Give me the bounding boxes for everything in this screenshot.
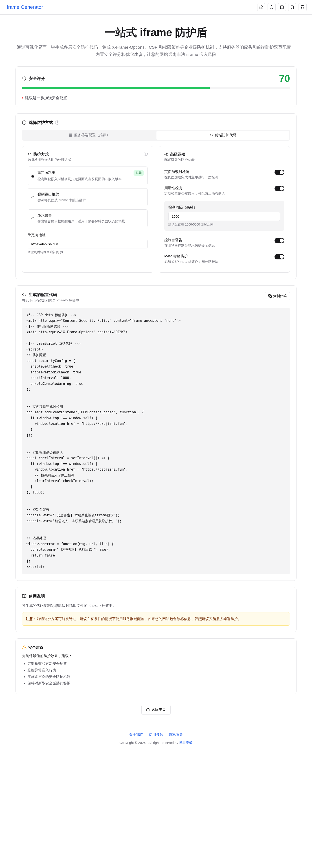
- advanced-options-panel: 高级选项 配置额外的防护功能 页面加载时检测在页面加载完成时立即进行一次检测 周…: [159, 146, 290, 273]
- hexagon-icon-button[interactable]: [268, 3, 276, 11]
- info-icon[interactable]: ?: [55, 121, 59, 125]
- copy-button[interactable]: 复制代码: [265, 292, 290, 300]
- github-icon-button[interactable]: [299, 3, 307, 11]
- footer-link-terms[interactable]: 使用条款: [149, 733, 163, 737]
- interval-input[interactable]: [168, 212, 280, 221]
- footer-author-link[interactable]: 风里春淼: [179, 741, 193, 745]
- bookmark-icon-button[interactable]: [288, 3, 296, 11]
- score-label: 安全评分: [29, 76, 45, 81]
- code-icon: [28, 152, 32, 156]
- radio-warn[interactable]: 显示警告 弹出警告提示框提醒用户，适用于需要保持页面状态的场景: [28, 209, 148, 227]
- code-card: 生成的配置代码 将以下代码添加到网页 <head> 标签中 复制代码 <!-- …: [15, 285, 297, 581]
- back-button[interactable]: 返回主页: [142, 705, 170, 714]
- score-card: 安全评分 70 建议进一步加强安全配置: [15, 66, 297, 107]
- interval-label: 检测间隔（毫秒）: [168, 205, 280, 210]
- radio-input-warn[interactable]: [31, 214, 34, 223]
- recommendations-card: 安全建议 为确保最佳的防护效果，建议： 定期检查和更新安全配置 监控异常嵌入行为…: [15, 639, 297, 694]
- score-suggestion: 建议进一步加强安全配置: [25, 95, 67, 100]
- book-icon: [22, 594, 27, 598]
- score-progress: [22, 87, 290, 89]
- warning-icon: [22, 645, 27, 650]
- switch-console[interactable]: [275, 238, 284, 243]
- tab-client[interactable]: 前端防护代码: [156, 131, 289, 140]
- method-card: 选择防护方式 ? 服务器端配置（推荐） 前端防护代码 防护方式 选择检测到嵌入时…: [15, 113, 297, 279]
- brand-link[interactable]: Iframe Generator: [5, 4, 43, 10]
- shield-icon: [22, 76, 27, 81]
- usage-desc: 将生成的代码复制到您网站 HTML 文件的 <head> 标签中。: [22, 603, 290, 608]
- interval-hint: 建议设置在 1000-5000 毫秒之间: [168, 223, 280, 227]
- switch-periodic[interactable]: [275, 186, 284, 191]
- switch-onload[interactable]: [275, 169, 284, 175]
- hero-subtitle: 通过可视化界面一键生成多层安全防护代码，集成 X-Frame-Options、C…: [15, 44, 297, 58]
- score-value: 70: [279, 73, 290, 84]
- home-icon: [146, 708, 150, 711]
- footer-copyright: Copyright © 2024 - All right reserved by…: [15, 741, 297, 745]
- method-title: 选择防护方式: [29, 120, 53, 125]
- info-icon[interactable]: i: [144, 152, 148, 156]
- radio-break[interactable]: 强制跳出框架 尝试将页面从 iframe 中跳出显示: [28, 188, 148, 206]
- switch-meta[interactable]: [275, 254, 284, 259]
- code-content: <!-- CSP Meta 标签防护 --> <meta http-equiv=…: [22, 308, 290, 575]
- redirect-hint: 留空则跳转到网站首页 (/): [28, 250, 148, 254]
- usage-card: 使用说明 将生成的代码复制到您网站 HTML 文件的 <head> 标签中。 注…: [15, 587, 297, 632]
- svg-point-2: [23, 121, 26, 124]
- hero-title: 一站式 iframe 防护盾: [15, 25, 297, 40]
- panel-icon-button[interactable]: [278, 3, 286, 11]
- radio-input-break[interactable]: [31, 193, 34, 203]
- dot-icon: [22, 97, 23, 98]
- protection-method-panel: 防护方式 选择检测到嵌入时的处理方式 i 重定向跳出推荐 检测到被嵌入时跳转到指…: [22, 146, 153, 273]
- home-icon-button[interactable]: [257, 3, 265, 11]
- svg-rect-14: [270, 296, 272, 298]
- tab-server[interactable]: 服务器端配置（推荐）: [23, 131, 156, 140]
- redirect-label: 重定向地址: [28, 233, 148, 238]
- recommended-badge: 推荐: [133, 170, 144, 176]
- redirect-input[interactable]: [28, 240, 148, 248]
- sliders-icon: [164, 152, 168, 156]
- radio-input-redirect[interactable]: [31, 171, 34, 181]
- footer-link-about[interactable]: 关于我们: [129, 733, 144, 737]
- usage-alert: 注意：前端防护方案可能被绕过，建议在有条件的情况下使用服务器端配置。如果您的网站…: [22, 612, 290, 626]
- code-icon: [22, 292, 27, 297]
- rec-list: 定期检查和更新安全配置 监控异常嵌入行为 实施多层次的安全防护机制 保持对新型安…: [22, 661, 290, 686]
- rec-intro: 为确保最佳的防护效果，建议：: [22, 654, 290, 658]
- svg-rect-4: [69, 135, 72, 136]
- circle-icon: [22, 120, 27, 125]
- radio-redirect[interactable]: 重定向跳出推荐 检测到被嵌入时跳转到指定页面或当前页面的非嵌入版本: [28, 166, 148, 185]
- footer-link-privacy[interactable]: 隐私政策: [168, 733, 183, 737]
- svg-rect-3: [69, 134, 72, 135]
